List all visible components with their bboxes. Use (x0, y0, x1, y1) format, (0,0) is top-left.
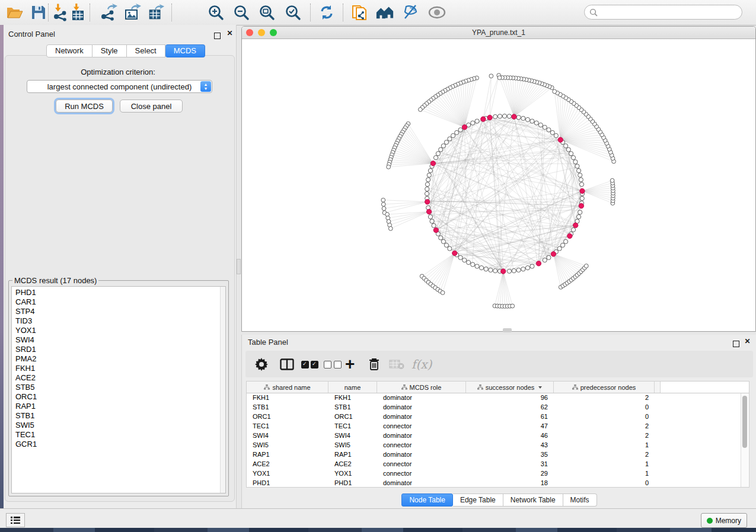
table-cell[interactable]: connector (377, 441, 466, 450)
graph-node[interactable] (418, 107, 422, 111)
graph-node[interactable] (382, 207, 386, 211)
zoom-out-icon[interactable] (232, 4, 251, 21)
memory-button[interactable]: Memory (701, 513, 747, 528)
table-cell[interactable]: dominator (377, 393, 466, 403)
table-cell[interactable]: SWI4 (328, 431, 377, 441)
graph-node[interactable] (497, 76, 502, 80)
mcds-result-item[interactable]: SWI4 (15, 335, 225, 345)
graph-node[interactable] (507, 269, 511, 273)
table-cell[interactable]: 96 (466, 393, 554, 403)
table-cell[interactable]: dominator (377, 403, 466, 412)
table-cell[interactable]: 31 (466, 460, 554, 469)
graph-node[interactable] (387, 165, 391, 169)
tab-node-table[interactable]: Node Table (401, 493, 453, 507)
graph-node[interactable] (579, 178, 583, 182)
graph-node[interactable] (521, 267, 525, 271)
close-panel-icon[interactable]: ✕ (744, 338, 751, 345)
graph-hub-node[interactable] (487, 115, 492, 120)
float-panel-icon[interactable] (214, 31, 221, 41)
graph-node[interactable] (444, 140, 448, 145)
mcds-result-item[interactable]: STP4 (15, 307, 225, 316)
table-cell[interactable]: 0 (554, 403, 655, 412)
tab-edge-table[interactable]: Edge Table (453, 493, 503, 507)
save-session-icon[interactable] (29, 4, 48, 21)
graph-node[interactable] (439, 236, 443, 240)
column-header-predecessor-nodes[interactable]: predecessor nodes (554, 382, 655, 393)
show-panels-button[interactable] (6, 513, 25, 527)
table-cell[interactable]: YOX1 (247, 469, 328, 479)
network-canvas[interactable] (242, 39, 755, 332)
table-cell[interactable]: TEC1 (328, 422, 377, 431)
graph-node[interactable] (475, 264, 479, 268)
graph-node[interactable] (381, 202, 385, 206)
graph-hub-node[interactable] (430, 161, 435, 166)
tab-style[interactable]: Style (92, 44, 127, 57)
graph-node[interactable] (433, 156, 438, 160)
mcds-result-item[interactable]: TID3 (15, 316, 225, 326)
table-cell[interactable]: PHD1 (328, 479, 377, 488)
table-cell[interactable]: FKH1 (247, 393, 328, 403)
graph-node[interactable] (451, 133, 455, 137)
graph-node[interactable] (511, 304, 515, 308)
table-cell[interactable]: 47 (466, 422, 554, 431)
mcds-result-item[interactable]: PMA2 (15, 354, 225, 364)
tab-network[interactable]: Network (46, 44, 92, 57)
graph-node[interactable] (564, 239, 568, 243)
graph-hub-node[interactable] (452, 251, 457, 255)
clone-network-icon[interactable] (350, 4, 369, 21)
table-cell[interactable]: dominator (377, 479, 466, 488)
table-cell[interactable]: TEC1 (247, 422, 328, 431)
graph-node[interactable] (484, 267, 488, 271)
graph-hub-node[interactable] (481, 117, 486, 121)
table-cell[interactable]: 2 (554, 393, 655, 403)
table-cell[interactable]: 0 (554, 479, 655, 488)
graph-node[interactable] (525, 117, 529, 121)
window-minimize-icon[interactable] (258, 29, 265, 36)
graph-node[interactable] (479, 265, 483, 270)
table-cell[interactable]: connector (377, 469, 466, 479)
graph-node[interactable] (462, 258, 467, 262)
mcds-result-item[interactable]: FKH1 (15, 364, 225, 373)
window-maximize-icon[interactable] (270, 29, 277, 36)
graph-node[interactable] (489, 268, 493, 272)
table-cell[interactable]: SWI5 (247, 441, 328, 450)
table-cell[interactable]: 1 (554, 460, 655, 469)
zoom-in-icon[interactable] (206, 4, 225, 21)
table-cell[interactable]: ACE2 (328, 460, 377, 469)
graph-node[interactable] (448, 246, 452, 251)
table-row[interactable]: SWI5SWI5connector431 (247, 441, 749, 450)
graph-hub-node[interactable] (512, 114, 516, 119)
graph-node[interactable] (458, 255, 462, 259)
select-all-icon[interactable] (301, 355, 318, 373)
graph-node[interactable] (610, 178, 614, 182)
table-row[interactable]: FKH1FKH1dominator962 (247, 393, 749, 403)
table-cell[interactable]: 2 (554, 422, 655, 431)
export-table-icon[interactable] (146, 4, 165, 21)
graph-node[interactable] (441, 291, 445, 295)
graph-node[interactable] (455, 130, 459, 134)
mcds-result-item[interactable]: STB5 (15, 383, 225, 392)
graph-node[interactable] (553, 89, 557, 94)
graph-node[interactable] (441, 144, 445, 148)
graph-node[interactable] (502, 114, 506, 118)
table-row[interactable]: TEC1TEC1connector472 (247, 422, 749, 431)
add-column-icon[interactable]: + (345, 355, 355, 376)
zoom-fit-icon[interactable] (257, 4, 276, 21)
graph-node[interactable] (571, 227, 575, 232)
show-details-icon[interactable] (428, 4, 446, 21)
table-cell[interactable]: 29 (466, 469, 554, 479)
run-mcds-button[interactable]: Run MCDS (56, 100, 113, 113)
graph-hub-node[interactable] (573, 223, 578, 227)
table-cell[interactable]: 2 (554, 431, 655, 441)
mcds-result-list[interactable]: PHD1CAR1STP4TID3YOX1SWI4SRD1PMA2FKH1ACE2… (11, 286, 226, 493)
float-panel-icon[interactable] (733, 339, 739, 350)
mcds-result-item[interactable]: PHD1 (15, 288, 225, 297)
mcds-result-item[interactable]: ACE2 (15, 373, 225, 383)
table-cell[interactable]: ORC1 (247, 412, 328, 422)
close-panel-button[interactable]: Close panel (120, 100, 183, 113)
tab-mcds[interactable]: MCDS (165, 44, 205, 57)
graph-node[interactable] (516, 116, 521, 120)
table-scrollbar-thumb[interactable] (742, 396, 747, 448)
graph-node[interactable] (530, 264, 534, 268)
graph-node[interactable] (530, 119, 534, 123)
